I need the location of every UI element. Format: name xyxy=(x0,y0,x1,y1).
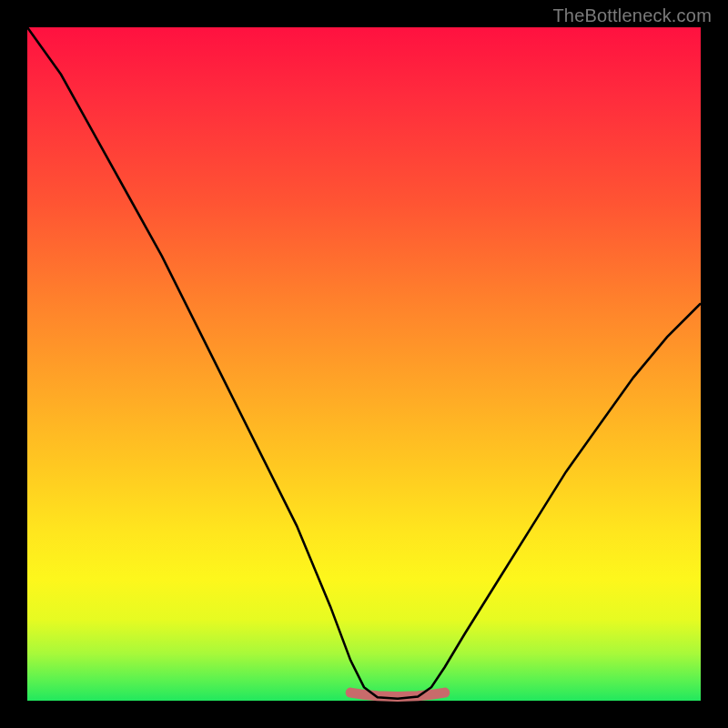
bottleneck-curve-series xyxy=(27,27,701,699)
chart-svg xyxy=(27,27,701,701)
plot-area xyxy=(27,27,701,701)
chart-frame: TheBottleneck.com xyxy=(0,0,728,728)
watermark-label: TheBottleneck.com xyxy=(552,5,712,26)
fit-band-series xyxy=(350,693,445,696)
